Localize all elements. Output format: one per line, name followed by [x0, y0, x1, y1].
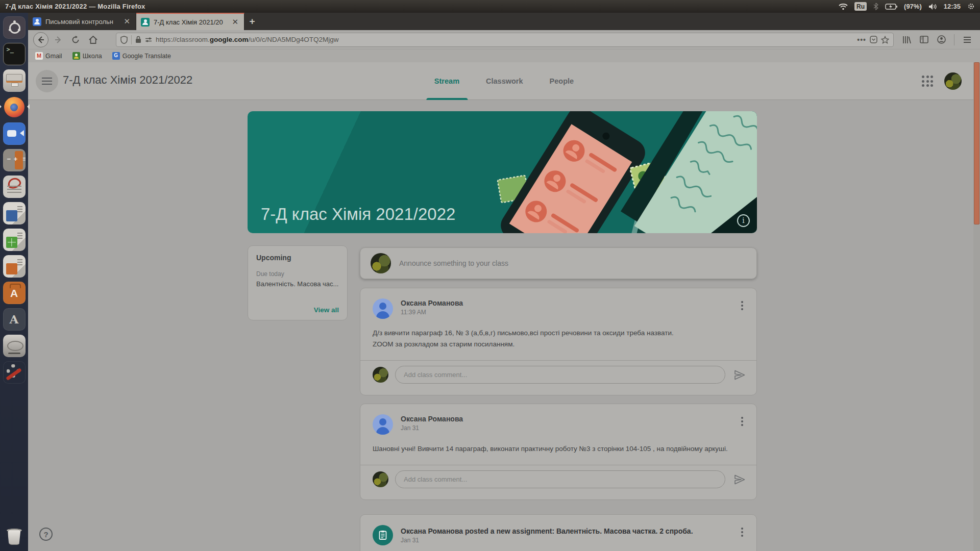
- sidebars-icon[interactable]: [916, 32, 932, 47]
- dock-document-viewer-icon[interactable]: [3, 176, 26, 198]
- dock-libreoffice-calc-icon[interactable]: [3, 229, 26, 251]
- class-title[interactable]: 7-Д клас Хімія 2021/2022: [63, 73, 192, 87]
- page-scrollbar: [973, 62, 980, 551]
- permissions-icon[interactable]: [145, 37, 152, 43]
- post-time: Jan 31: [401, 537, 693, 544]
- new-tab-button[interactable]: +: [244, 13, 260, 30]
- dock-terminal-icon[interactable]: [3, 43, 26, 65]
- post-author: Оксана Романова: [401, 299, 463, 307]
- tab-chemistry-class[interactable]: 7-Д клас Хімія 2021/20 ✕: [136, 13, 244, 30]
- upcoming-heading: Upcoming: [256, 254, 339, 262]
- tab-written-test[interactable]: Письмовий контрольн ✕: [28, 13, 136, 30]
- url-text: https://classroom. google.com /u/0/c/NDA…: [156, 36, 339, 43]
- back-button[interactable]: [33, 32, 48, 47]
- dock-system-tools-icon[interactable]: [3, 361, 26, 384]
- dock-archive-manager-icon[interactable]: [3, 69, 26, 92]
- home-button[interactable]: [85, 32, 101, 47]
- tab-stream[interactable]: Stream: [421, 62, 473, 100]
- post-options-icon[interactable]: [735, 525, 749, 539]
- page-actions-icon[interactable]: •••: [857, 37, 866, 42]
- google-apps-grid-icon[interactable]: [922, 76, 933, 87]
- post-author: Оксана Романова: [401, 415, 463, 423]
- volume-icon[interactable]: [928, 3, 937, 10]
- calc-grid: [8, 238, 16, 246]
- tab-title: Письмовий контрольн: [45, 18, 118, 26]
- bookmark-gmail[interactable]: Gmail: [35, 52, 62, 60]
- send-comment-icon[interactable]: [732, 370, 747, 380]
- class-banner: 7-Д клас Хімія 2021/2022: [248, 111, 757, 233]
- tab-close-icon[interactable]: ✕: [231, 17, 239, 27]
- battery-percent: (97%): [904, 3, 922, 10]
- bookmark-school[interactable]: Школа: [72, 52, 102, 60]
- send-comment-icon[interactable]: [732, 474, 747, 485]
- hamburger-icon: [42, 81, 52, 82]
- dock-app-a-icon[interactable]: [3, 308, 26, 331]
- bookmark-star-icon[interactable]: [881, 36, 889, 44]
- post-time: 11:39 AM: [401, 309, 463, 316]
- library-icon[interactable]: [899, 32, 914, 47]
- dock-ubuntu-launcher-icon[interactable]: [3, 16, 26, 39]
- announce-box[interactable]: Announce something to your class: [360, 247, 757, 279]
- post-options-icon[interactable]: [735, 414, 749, 429]
- class-comment-input[interactable]: [395, 470, 725, 488]
- reload-button[interactable]: [68, 32, 83, 47]
- classroom-menu-button[interactable]: [36, 70, 58, 92]
- tab-close-icon[interactable]: ✕: [122, 17, 131, 26]
- bluetooth-icon[interactable]: [873, 3, 878, 10]
- post-options-icon[interactable]: [735, 298, 749, 313]
- clock[interactable]: 12:35: [944, 3, 961, 10]
- upcoming-assignment-link[interactable]: Валентність. Масова час...: [256, 280, 339, 288]
- tab-strip: Письмовий контрольн ✕ 7-Д клас Хімія 202…: [28, 13, 980, 30]
- tab-people[interactable]: People: [536, 62, 587, 100]
- dock-zoom-icon[interactable]: [3, 122, 26, 145]
- url-scheme: https://classroom.: [156, 36, 210, 43]
- menu-hamburger-icon[interactable]: [960, 32, 975, 47]
- forward-button[interactable]: [51, 32, 66, 47]
- account-icon[interactable]: [934, 32, 949, 47]
- due-label: Due today: [256, 270, 339, 278]
- impress-block: [6, 263, 17, 274]
- lock-icon[interactable]: [135, 36, 141, 43]
- dock-trash-icon[interactable]: [3, 525, 26, 548]
- assignment-post[interactable]: Оксана Романова posted a new assignment:…: [360, 514, 757, 551]
- url-path: /u/0/c/NDA5MDg4OTQ2Mjgw: [249, 36, 339, 43]
- doc-lines: [17, 206, 22, 207]
- tab-classwork[interactable]: Classwork: [473, 62, 536, 100]
- divider: [954, 34, 954, 45]
- post-text-line: ZOOM за розкладом за старим посиланням.: [373, 339, 744, 350]
- dock-ubuntu-software-icon[interactable]: [3, 282, 26, 304]
- help-button[interactable]: ?: [39, 528, 53, 541]
- scrollbar-thumb[interactable]: [974, 62, 979, 224]
- post-time: Jan 31: [401, 424, 463, 432]
- dock-calculator-icon[interactable]: [3, 149, 26, 171]
- author-avatar: [373, 414, 393, 435]
- wifi-icon[interactable]: [839, 3, 848, 10]
- battery-icon[interactable]: [885, 4, 897, 10]
- bookmark-label: Google Translate: [122, 53, 171, 60]
- pocket-icon[interactable]: [870, 36, 877, 43]
- assignment-title: Оксана Романова posted a new assignment:…: [401, 525, 693, 535]
- trash-body: [8, 530, 21, 545]
- bookmark-google-translate[interactable]: Google Translate: [112, 52, 171, 60]
- power-gear-icon[interactable]: [967, 3, 975, 10]
- keyboard-layout-indicator[interactable]: Ru: [854, 2, 867, 11]
- dock-disks-icon[interactable]: [3, 335, 26, 357]
- post-text-line: Шановні учні! Вивчити 14 параграф, викон…: [373, 443, 744, 455]
- writer-block: [6, 210, 17, 221]
- translate-icon: [112, 52, 120, 60]
- system-top-bar: 7-Д клас Хімія 2021/2022 — Mozilla Firef…: [0, 0, 980, 13]
- view-all-link[interactable]: View all: [314, 306, 339, 314]
- classroom-favicon: [33, 17, 41, 26]
- dock-firefox-icon[interactable]: [3, 96, 26, 118]
- ubuntu-dock: [0, 13, 28, 551]
- class-comment-input[interactable]: [395, 366, 725, 384]
- tracking-shield-icon[interactable]: [120, 36, 128, 44]
- classroom-header: 7-Д клас Хімія 2021/2022 Stream Classwor…: [28, 62, 980, 100]
- account-avatar[interactable]: [944, 72, 962, 90]
- dock-libreoffice-impress-icon[interactable]: [3, 255, 26, 278]
- url-bar[interactable]: https://classroom. google.com /u/0/c/NDA…: [116, 33, 894, 47]
- post-text-line: Д/з вивчити параграф 16, № 3 (а,б,в,г) п…: [373, 328, 744, 339]
- banner-info-icon[interactable]: [737, 214, 750, 227]
- dock-libreoffice-writer-icon[interactable]: [3, 202, 26, 224]
- banner-illustration: [471, 111, 757, 233]
